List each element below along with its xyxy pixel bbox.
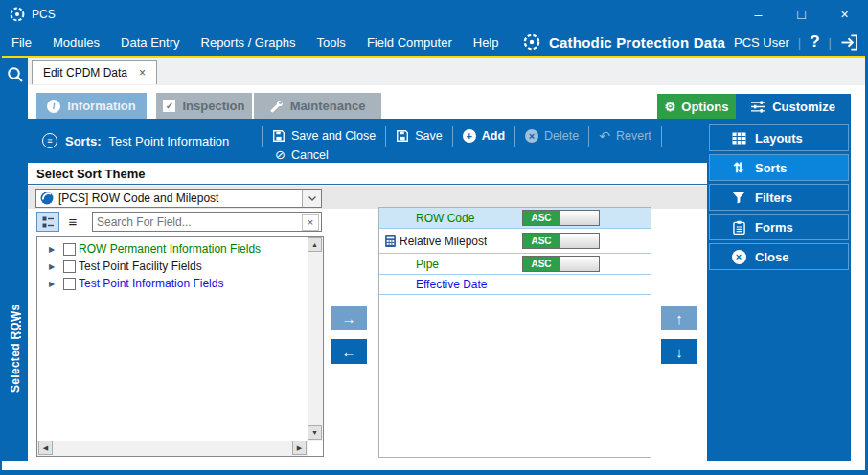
sort-field-label: ROW Code [416, 212, 474, 225]
asc-state: ASC [523, 234, 560, 248]
checkbox[interactable] [63, 278, 76, 290]
toolbar-separator [385, 126, 386, 147]
toolbar-context: ≡ Sorts: Test Point Information [42, 119, 229, 163]
combobox-dropdown-button[interactable] [302, 190, 321, 207]
menu-item-close[interactable]: × Close [709, 243, 849, 270]
context-label: Sorts: [65, 134, 102, 148]
customize-button[interactable]: Customize [736, 94, 851, 119]
menu-help[interactable]: Help [473, 35, 499, 50]
sort-direction-toggle[interactable]: ASC [522, 256, 600, 272]
logout-icon[interactable] [840, 34, 858, 51]
sort-row[interactable]: Pipe ASC [379, 254, 651, 275]
add-field-button[interactable]: → [331, 306, 367, 330]
cancel-button[interactable]: ⊘ Cancel [275, 147, 329, 162]
tab-inspection[interactable]: ✓ Inspection [156, 93, 252, 119]
selected-rows-rail[interactable]: Selected ROWs [2, 58, 28, 461]
menu-bar-right: Cathodic Protection Data PCS User | ? | [523, 29, 858, 56]
sort-row[interactable]: Effective Date [379, 275, 651, 295]
calculator-icon [385, 235, 396, 247]
menu-file[interactable]: File [11, 35, 32, 50]
sort-row[interactable]: Relative Milepost ASC [379, 229, 651, 254]
maximize-button[interactable]: □ [780, 0, 823, 29]
minimize-button[interactable]: – [737, 0, 780, 29]
tree-item[interactable]: ▶ ROW Permanent Information Fields [37, 240, 261, 258]
tree-item[interactable]: ▶ Test Point Facility Fields [37, 258, 202, 275]
checkbox[interactable] [63, 243, 76, 256]
checkbox[interactable] [63, 260, 76, 273]
checkbox-check-icon: ✓ [163, 100, 175, 112]
field-tree-panel: ▶ ROW Permanent Information Fields ▶ Tes… [36, 236, 324, 457]
menu-item-forms[interactable]: Forms [709, 214, 849, 240]
options-button[interactable]: ⚙ Options [657, 94, 736, 119]
customize-label: Customize [772, 100, 835, 114]
cancel-label: Cancel [291, 148, 329, 162]
scroll-down-icon[interactable]: ▼ [308, 425, 322, 440]
menu-item-layouts[interactable]: Layouts [709, 124, 849, 151]
asc-state: ASC [523, 211, 560, 225]
document-tab-strip: Edit CPDM Data × [28, 58, 866, 85]
menu-data-entry[interactable]: Data Entry [121, 35, 179, 50]
left-arrow-icon: ← [342, 344, 356, 360]
tab-information[interactable]: i Information [36, 93, 147, 119]
delete-button[interactable]: × Delete [525, 129, 579, 143]
menu-bar: File Modules Data Entry Reports / Graphs… [0, 29, 868, 56]
tree-view-toggle[interactable] [36, 212, 59, 232]
help-button[interactable]: ? [810, 33, 819, 52]
search-input[interactable] [93, 215, 302, 229]
sort-theme-value: [PCS] ROW Code and Milepost [58, 192, 302, 205]
scroll-up-icon[interactable]: ▲ [308, 238, 322, 252]
sort-direction-toggle[interactable]: ASC [522, 210, 600, 226]
menu-reports-graphs[interactable]: Reports / Graphs [201, 35, 296, 50]
desc-state [560, 211, 599, 225]
tab-maintenance[interactable]: Maintenance [254, 93, 381, 119]
save-button[interactable]: Save [396, 129, 443, 143]
sort-arrows-icon: ⇅ [731, 161, 746, 174]
tab-information-label: Information [67, 99, 136, 113]
menu-tools[interactable]: Tools [317, 35, 346, 50]
horizontal-scrollbar[interactable]: ◀ ▶ [37, 441, 308, 456]
sort-field-label: Effective Date [416, 278, 487, 291]
add-button[interactable]: + Add [463, 129, 505, 143]
separator: | [798, 35, 801, 50]
scroll-left-icon[interactable]: ◀ [38, 441, 53, 455]
tree-item[interactable]: ▶ Test Point Information Fields [37, 275, 223, 292]
expander-icon[interactable]: ▶ [49, 262, 58, 271]
toolbar-separator [262, 126, 263, 147]
move-up-button[interactable]: ↑ [661, 306, 697, 330]
search-icon[interactable] [7, 66, 24, 83]
menu-field-computer[interactable]: Field Computer [367, 35, 452, 50]
remove-field-button[interactable]: ← [331, 339, 367, 364]
sort-theme-combobox[interactable]: [PCS] ROW Code and Milepost [35, 189, 322, 208]
list-view-toggle[interactable]: ≡ [61, 212, 84, 232]
tab-maintenance-label: Maintenance [290, 99, 366, 113]
expander-icon[interactable]: ▶ [49, 280, 58, 288]
menu-item-sorts[interactable]: ⇅ Sorts [709, 154, 849, 181]
up-arrow-icon: ↑ [675, 310, 683, 327]
close-button[interactable]: × [823, 0, 866, 29]
sort-field-label: Pipe [416, 258, 439, 271]
menu-item-label: Filters [755, 191, 792, 205]
toolbar-separator [514, 126, 515, 147]
brand-logo-icon [523, 34, 540, 51]
save-icon [272, 129, 286, 143]
clear-search-icon[interactable]: × [302, 214, 319, 231]
sorts-menu-icon[interactable]: ≡ [42, 133, 57, 148]
cancel-circle-icon: ⊘ [275, 148, 286, 161]
vertical-scrollbar[interactable]: ▲ ▼ [308, 237, 323, 441]
close-circle-icon: × [731, 250, 746, 264]
expander-icon[interactable]: ▶ [49, 245, 58, 254]
sort-direction-toggle[interactable]: ASC [522, 233, 600, 249]
tab-inspection-label: Inspection [182, 99, 244, 113]
move-down-button[interactable]: ↓ [661, 339, 697, 364]
menu-modules[interactable]: Modules [53, 35, 100, 50]
tab-edit-cpdm-data[interactable]: Edit CPDM Data × [32, 60, 157, 84]
revert-label: Revert [616, 129, 651, 143]
app-window: PCS – □ × File Modules Data Entry Report… [0, 0, 868, 475]
menu-item-filters[interactable]: Filters [709, 184, 849, 211]
tab-close-icon[interactable]: × [139, 66, 146, 79]
revert-button[interactable]: ↶ Revert [599, 129, 651, 143]
rail-grip-handle[interactable] [19, 313, 21, 338]
scroll-right-icon[interactable]: ▶ [292, 441, 307, 455]
save-and-close-button[interactable]: Save and Close [272, 129, 376, 143]
sort-row[interactable]: ROW Code ASC [379, 208, 651, 229]
